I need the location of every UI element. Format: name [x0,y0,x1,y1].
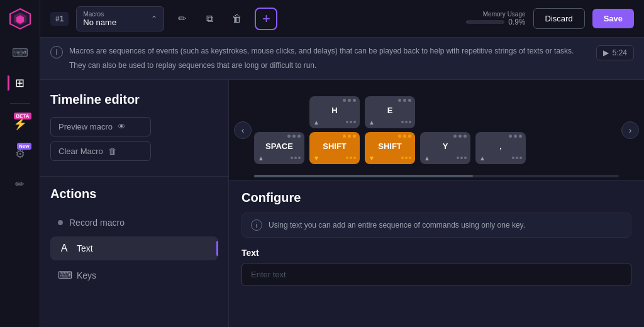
configure-info-icon: i [251,219,262,231]
block-footer-shift1: ▼ [309,152,360,164]
block-header-shift2 [365,132,415,139]
block-header-e [365,96,415,103]
memory-bar [467,20,504,24]
macro-selector-text: Macros No name [83,11,147,27]
configure-text-input[interactable] [242,263,631,286]
sidebar-item-settings[interactable]: ⚙ New [8,141,33,167]
pencil-icon: ✏ [178,13,186,25]
key-block-y[interactable]: Y ▲ [420,132,470,164]
action-text[interactable]: A Text [50,236,218,260]
clear-icon: 🗑 [108,147,116,156]
timeline-nav-left[interactable]: ‹ [234,121,252,139]
block-footer-h: ▲ [309,116,360,128]
trash-icon: 🗑 [232,13,242,25]
content-area: Timeline editor Preview macro 👁 Clear Ma… [40,80,644,327]
timeline-scrollbar-track [254,175,619,177]
clear-macro-button[interactable]: Clear Macro 🗑 [50,141,151,161]
timeline-title: Timeline editor [50,92,218,107]
configure-info-box: i Using text you can add an entire seque… [242,213,631,238]
macro-number: #1 [50,12,69,26]
block-footer-comma: ▲ [475,152,526,164]
right-panel: ‹ SPACE ▲ [229,80,644,327]
clear-label: Clear Macro [58,147,103,156]
block-label-space: SPACE [254,139,304,152]
block-footer-shift2: ▼ [365,152,415,164]
block-label-e: E [365,103,415,116]
macro-selector-value: No name [83,18,147,27]
timeline-blocks: SPACE ▲ [254,86,526,174]
app-logo[interactable] [9,8,31,30]
timeline-canvas: ‹ SPACE ▲ [229,80,644,180]
block-footer-e: ▲ [365,116,415,128]
block-col-space: SPACE ▲ [254,132,304,164]
timeline-nav-right[interactable]: › [621,121,639,139]
discard-button[interactable]: Discard [533,8,585,29]
add-macro-button[interactable]: + [255,8,277,30]
play-badge[interactable]: ▶ 5:24 [596,45,634,60]
block-header-comma [475,132,526,139]
key-block-h[interactable]: H ▲ [309,96,360,128]
block-col-shift-e: E ▲ [365,96,415,164]
info-text-block: Macros are sequences of events (such as … [69,45,574,72]
save-button[interactable]: Save [592,9,634,28]
memory-percentage: 0.9% [508,18,525,26]
beta-badge: BETA [14,113,31,119]
memory-label: Memory Usage [467,11,525,18]
block-col-shift-h: H ▲ [309,96,360,164]
keys-label: Keys [77,270,96,280]
block-header [254,132,304,139]
block-label-h: H [309,103,360,116]
keys-icon: ⌨ [58,269,70,281]
info-text-line2: They can also be used to replay sequence… [69,60,574,72]
block-label-shift2: SHIFT [365,139,415,152]
block-header-h [309,96,360,103]
preview-macro-button[interactable]: Preview macro 👁 [50,117,151,136]
sidebar-divider [10,103,30,104]
block-header-shift1 [309,132,360,139]
key-block-space[interactable]: SPACE ▲ [254,132,304,164]
plus-icon: + [262,11,270,27]
actions-title: Actions [50,187,218,201]
active-bar [216,241,218,256]
actions-section: Actions Record macro A Text ⌨ Keys [40,177,228,327]
play-icon: ▶ [603,48,609,57]
sidebar-item-layers[interactable]: ⊞ [8,70,33,96]
sidebar: ⌨ ⊞ ⚡ BETA ⚙ New ✏ [0,0,40,327]
record-dot [58,220,63,225]
sidebar-item-draw[interactable]: ✏ [8,172,33,197]
configure-info-text: Using text you can add an entire sequenc… [269,221,525,230]
action-keys[interactable]: ⌨ Keys [50,263,218,287]
configure-title: Configure [242,191,631,205]
sidebar-item-lightning[interactable]: ⚡ BETA [8,111,33,136]
block-col-comma: , ▲ [475,132,526,164]
edit-button[interactable]: ✏ [172,9,192,29]
copy-button[interactable]: ⧉ [199,9,219,29]
key-block-shift1[interactable]: SHIFT ▼ [309,132,360,164]
delete-button[interactable]: 🗑 [227,9,247,29]
info-icon: i [50,46,63,58]
info-text-line1: Macros are sequences of events (such as … [69,45,574,57]
block-header-y [420,132,470,139]
block-label-y: Y [420,139,470,152]
timeline-scrollbar-thumb [254,175,473,177]
copy-icon: ⧉ [206,13,213,25]
action-record-macro[interactable]: Record macro [50,211,218,234]
configure-field-label: Text [242,248,631,258]
macro-selector-label: Macros [83,11,147,18]
memory-usage: Memory Usage 0.9% [467,11,525,26]
macro-selector[interactable]: Macros No name ⌃ [76,6,164,31]
main-content: #1 Macros No name ⌃ ✏ ⧉ 🗑 + Memory Usage [40,0,644,327]
memory-bar-wrap: 0.9% [467,18,525,26]
block-col-y: Y ▲ [420,132,470,164]
key-block-shift2[interactable]: SHIFT ▼ [365,132,415,164]
key-block-comma[interactable]: , ▲ [475,132,526,164]
chevron-icon: ⌃ [151,14,157,23]
key-block-e[interactable]: E ▲ [365,96,415,128]
preview-label: Preview macro [58,122,113,131]
sidebar-item-keyboard[interactable]: ⌨ [8,40,33,65]
configure-panel: Configure i Using text you can add an en… [229,180,644,327]
eye-icon: 👁 [118,122,126,131]
timeline-section: Timeline editor Preview macro 👁 Clear Ma… [40,80,228,177]
left-panel: Timeline editor Preview macro 👁 Clear Ma… [40,80,229,327]
block-footer-y: ▲ [420,152,470,164]
